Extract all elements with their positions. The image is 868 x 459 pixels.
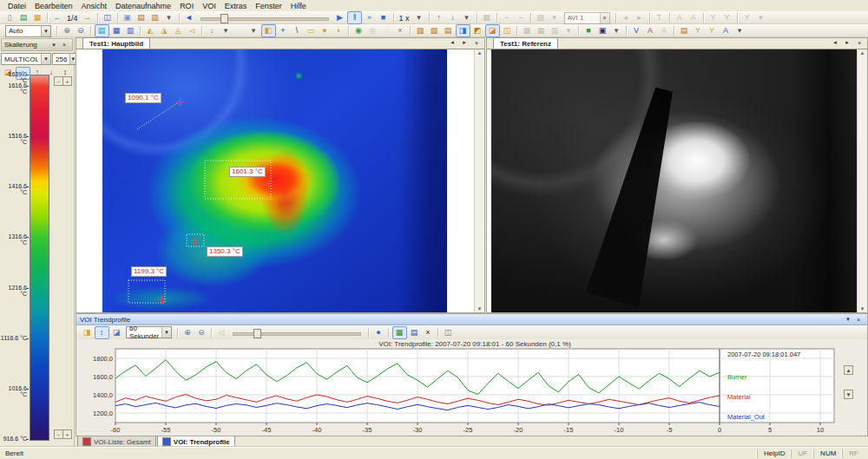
- calc-icon[interactable]: ■: [582, 25, 595, 36]
- menu-extras[interactable]: Extras: [220, 0, 252, 11]
- autoscale-y-icon[interactable]: ↕: [95, 326, 109, 339]
- pause-icon[interactable]: ‖: [347, 11, 362, 24]
- roi-select-icon[interactable]: ◧: [261, 24, 276, 37]
- scroll-up-icon[interactable]: ▲: [477, 49, 483, 56]
- prev-frame-icon[interactable]: ←: [51, 12, 64, 23]
- more-playback-icon[interactable]: ▾: [460, 12, 473, 23]
- histogram-icon[interactable]: ▦: [110, 25, 123, 36]
- roi-edit-icon[interactable]: ◎: [366, 25, 379, 36]
- copy-icon[interactable]: ▣: [121, 12, 134, 23]
- roi-delete-icon[interactable]: ×: [394, 25, 407, 36]
- gallery-icon[interactable]: ▥: [148, 12, 161, 23]
- menu-fenster[interactable]: Fenster: [251, 0, 286, 11]
- menu-datei[interactable]: Datei: [3, 0, 30, 11]
- pin-icon[interactable]: ▾: [843, 314, 853, 325]
- roi-line-icon[interactable]: \: [291, 25, 304, 36]
- reference-image-scrollbar[interactable]: ▲ ▼: [857, 49, 867, 312]
- export-chart-icon[interactable]: ▤: [408, 327, 421, 338]
- report-icon[interactable]: ▤: [678, 25, 691, 36]
- prev-view-icon[interactable]: ◂: [830, 37, 840, 48]
- next-frame-icon[interactable]: →: [81, 12, 94, 23]
- voi-paste-icon[interactable]: ▤: [442, 25, 455, 36]
- more-layers-icon[interactable]: ▾: [548, 12, 561, 23]
- span-auto-icon[interactable]: Y: [740, 12, 753, 23]
- step-down-icon[interactable]: ↓: [446, 12, 459, 23]
- trend-chart-svg[interactable]: -60-55-50-45-40-35-30-25-20-15-10-505101…: [76, 339, 867, 436]
- trend-chart[interactable]: -60-55-50-45-40-35-30-25-20-15-10-505101…: [76, 339, 867, 436]
- cursor-icon[interactable]: ●: [372, 327, 385, 338]
- inc-range-icon[interactable]: −: [514, 12, 527, 23]
- print-icon[interactable]: ◫: [442, 327, 455, 338]
- measurement-marker-icon[interactable]: [264, 180, 272, 188]
- pin-icon[interactable]: ▾: [49, 40, 59, 50]
- more-adjust-icon[interactable]: ▾: [220, 25, 233, 36]
- voi-copy-icon[interactable]: ▧: [428, 25, 441, 36]
- chart-scroll-down-button[interactable]: ▼: [844, 390, 853, 399]
- text-tool-icon[interactable]: T: [653, 12, 666, 23]
- voi-link-icon[interactable]: ◨: [456, 24, 470, 37]
- play-icon[interactable]: ▶: [333, 12, 346, 23]
- new-document-icon[interactable]: ▯: [3, 12, 16, 23]
- apply-correction-icon[interactable]: ↓: [206, 25, 219, 36]
- span-up-icon[interactable]: Y: [707, 12, 720, 23]
- axes-icon[interactable]: A: [720, 25, 733, 36]
- roi-polygon-icon[interactable]: ◗: [332, 25, 345, 36]
- scroll-down-icon[interactable]: ▼: [860, 305, 865, 312]
- zoom-out-chart-icon[interactable]: ⊖: [195, 327, 208, 338]
- tab-hauptbild[interactable]: Test1: Hauptbild: [82, 37, 150, 49]
- audio-icon[interactable]: ◄: [182, 12, 195, 23]
- copy-chart-icon[interactable]: ◨: [81, 327, 94, 338]
- position-slider[interactable]: [201, 13, 329, 23]
- rel-temp-icon[interactable]: A: [687, 12, 700, 23]
- open-document-icon[interactable]: ▤: [17, 12, 30, 23]
- flip-vertical-icon[interactable]: ◬: [172, 25, 185, 36]
- temperature-annotation[interactable]: 1350.3 °C: [207, 246, 243, 257]
- voi-stats-icon[interactable]: ▥: [549, 25, 562, 36]
- speed-dropdown-icon[interactable]: ▾: [412, 12, 425, 23]
- slider-thumb[interactable]: [220, 14, 228, 23]
- levels-select[interactable]: 256 ▼: [52, 53, 76, 65]
- zoom-in-icon[interactable]: ⊕: [61, 25, 74, 36]
- close-view-icon[interactable]: ×: [471, 37, 482, 48]
- main-image-scrollbar[interactable]: ▲ ▼: [474, 49, 484, 312]
- scale-lower-inc-button[interactable]: +: [62, 429, 72, 439]
- pan-chart-icon[interactable]: ◁: [215, 327, 228, 338]
- chart-settings-icon[interactable]: ◪: [110, 327, 123, 338]
- avi-select[interactable]: AVI 1▼: [564, 12, 610, 24]
- close-panel-icon[interactable]: ×: [853, 314, 864, 325]
- save-icon[interactable]: ◫: [101, 12, 114, 23]
- roi-move-icon[interactable]: ◉: [352, 25, 365, 36]
- stop-icon[interactable]: ■: [377, 12, 390, 23]
- step-up-icon[interactable]: ↑: [432, 12, 445, 23]
- menu-datenaufnahme[interactable]: Datenaufnahme: [111, 0, 175, 11]
- slider-thumb[interactable]: [253, 329, 261, 338]
- more-calc-icon[interactable]: ▾: [610, 25, 623, 36]
- trend-y2-icon[interactable]: Y: [706, 25, 719, 36]
- scale-panel-header[interactable]: Skalierung ▾×: [1, 38, 73, 51]
- more-voi-icon[interactable]: ▾: [562, 25, 575, 36]
- formula-a2-icon[interactable]: A: [658, 25, 671, 36]
- temperature-colorbar[interactable]: [30, 75, 49, 441]
- scaling-mode-select[interactable]: Auto▼: [5, 25, 51, 37]
- dec-range-icon[interactable]: −: [500, 12, 513, 23]
- roi-circle-icon[interactable]: ●: [319, 25, 332, 36]
- profile-icon[interactable]: ▥: [124, 25, 137, 36]
- menu-hilfe[interactable]: Hilfe: [286, 0, 311, 11]
- marker-left-icon[interactable]: ◂: [619, 12, 632, 23]
- trend-panel-header[interactable]: VOI Trendprofile ▾×: [76, 314, 867, 325]
- temperature-annotation[interactable]: 1199.3 °C: [131, 266, 167, 277]
- fast-forward-icon[interactable]: »: [363, 12, 376, 23]
- scroll-up-icon[interactable]: ▲: [860, 49, 865, 56]
- prev-view-icon[interactable]: ◂: [447, 37, 457, 48]
- trend-y1-icon[interactable]: Y: [692, 25, 705, 36]
- flip-horizontal-icon[interactable]: ◅: [186, 25, 199, 36]
- next-view-icon[interactable]: ▸: [842, 37, 852, 48]
- menu-ansicht[interactable]: Ansicht: [77, 0, 112, 11]
- more-span-icon[interactable]: ▾: [754, 12, 767, 23]
- roi-rotate-icon[interactable]: ◌: [380, 25, 393, 36]
- menu-voi[interactable]: VOI: [198, 0, 220, 11]
- voi-list-icon[interactable]: ▩: [521, 25, 534, 36]
- voi-forward-icon[interactable]: ◪: [485, 24, 500, 37]
- snapshot-icon[interactable]: ▤: [135, 12, 148, 23]
- formula-v-icon[interactable]: V: [630, 25, 643, 36]
